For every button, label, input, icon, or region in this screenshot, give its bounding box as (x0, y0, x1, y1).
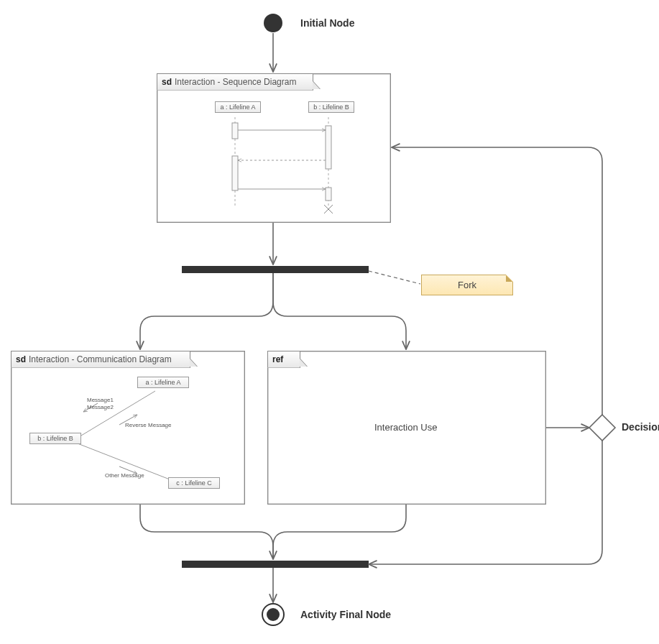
communication-frame[interactable]: sdInteraction - Communication Diagram a … (11, 351, 245, 505)
ref-frame-title: Interaction Use (374, 422, 437, 433)
fork-note: Fork (421, 275, 513, 295)
svg-rect-8 (326, 126, 331, 169)
comm-rev: Reverse Message (125, 422, 171, 428)
ref-frame[interactable]: ref Interaction Use (267, 351, 546, 505)
svg-point-4 (267, 608, 280, 621)
sequence-inner (157, 74, 390, 222)
decision-label: Decision (622, 421, 659, 433)
svg-rect-10 (326, 188, 331, 201)
comm-other: Other Message (105, 472, 144, 479)
comm-lifeline-c: c : Lifeline C (168, 477, 220, 489)
comm-lifeline-a: a : Lifeline A (137, 377, 189, 388)
comm-msg1: Message1 (87, 397, 114, 403)
seq-lifeline-a: a : Lifeline A (215, 101, 261, 113)
svg-rect-7 (232, 123, 238, 139)
seq-lifeline-b: b : Lifeline B (308, 101, 354, 113)
svg-point-0 (264, 14, 282, 32)
sequence-frame[interactable]: sdInteraction - Sequence Diagram a : Lif… (157, 73, 391, 223)
final-node-label: Activity Final Node (300, 609, 391, 620)
svg-rect-1 (182, 266, 369, 273)
initial-node-label: Initial Node (300, 17, 354, 29)
comm-msg2: Message2 (87, 404, 114, 410)
svg-rect-9 (232, 156, 238, 190)
svg-rect-2 (182, 561, 369, 568)
ref-frame-tab: ref (267, 351, 300, 368)
fork-note-text: Fork (458, 280, 476, 290)
comm-lifeline-b: b : Lifeline B (29, 433, 81, 444)
